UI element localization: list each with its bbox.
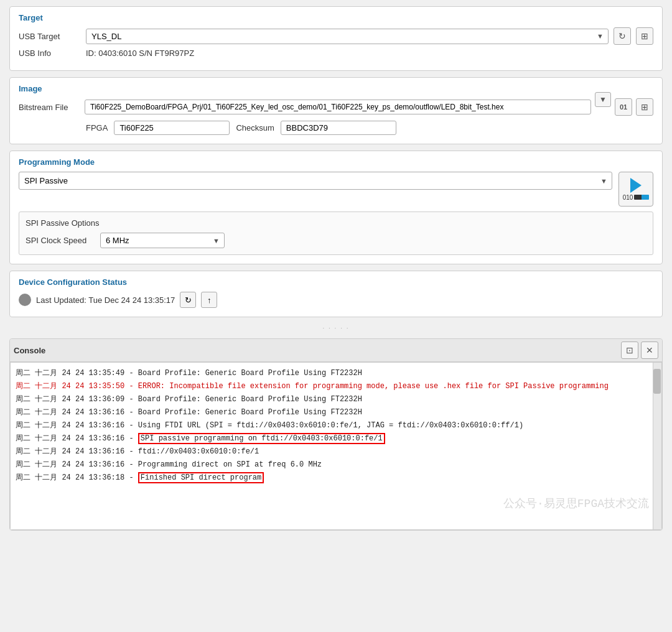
device-config-title: Device Configuration Status <box>19 277 653 287</box>
refresh-target-button[interactable]: ↻ <box>614 27 631 45</box>
console-line: 周二 十二月 24 24 13:35:49 - Board Profile: G… <box>16 368 656 379</box>
play-icon <box>630 178 642 193</box>
usb-info-label: USB Info <box>19 49 81 58</box>
console-title: Console <box>14 346 45 355</box>
bitstream-file-button[interactable]: 01 <box>615 98 632 116</box>
console-scrollbar[interactable] <box>653 363 661 529</box>
usb-info-row: USB Info ID: 0403:6010 S/N FT9R97PZ <box>19 49 653 58</box>
usb-target-select-wrap: YLS_DL ▼ <box>86 29 609 44</box>
console-line: 周二 十二月 24 24 13:36:16 - ftdi://0x0403:0x… <box>16 446 656 457</box>
console-line: 周二 十二月 24 24 13:36:16 - Using FTDI URL (… <box>16 420 656 431</box>
usb-target-row: USB Target YLS_DL ▼ ↻ ⊞ <box>19 27 653 45</box>
run-program-button[interactable]: 010 <box>618 172 653 207</box>
run-btn-label: 010 <box>623 194 650 201</box>
console-body: 周二 十二月 24 24 13:35:49 - Board Profile: G… <box>10 362 662 530</box>
bitstream-row: Bitstream File ▼ 01 ⊞ <box>19 98 653 116</box>
usb-target-select[interactable]: YLS_DL <box>86 29 609 44</box>
prog-mode-select-wrap: SPI Passive JTAG SPI Active ▼ <box>19 172 612 190</box>
console-section: Console ⊡ ✕ 周二 十二月 24 24 13:35:49 - Boar… <box>9 338 663 531</box>
target-section: Target USB Target YLS_DL ▼ ↻ ⊞ USB Info … <box>9 6 663 71</box>
spi-clock-select[interactable]: 1 MHz 3 MHz 6 MHz 12 MHz 24 MHz <box>100 233 225 248</box>
usb-info-value: ID: 0403:6010 S/N FT9R97PZ <box>86 49 194 58</box>
fpga-label: FPGA <box>86 123 108 132</box>
checksum-value[interactable] <box>281 121 396 135</box>
fpga-row: FPGA Checksum <box>86 121 653 135</box>
config-target-button[interactable]: ⊞ <box>636 27 653 45</box>
fpga-value[interactable] <box>114 121 230 135</box>
prog-mode-row: SPI Passive JTAG SPI Active ▼ 010 <box>19 172 653 207</box>
spi-clock-label: SPI Clock Speed <box>26 236 94 245</box>
image-title: Image <box>19 84 653 93</box>
scrollbar-thumb <box>653 369 661 394</box>
status-text: Last Updated: Tue Dec 24 24 13:35:17 <box>36 295 175 305</box>
bitstream-settings-button[interactable]: ⊞ <box>636 98 653 116</box>
spi-clock-row: SPI Clock Speed 1 MHz 3 MHz 6 MHz 12 MHz… <box>26 233 646 248</box>
programming-mode-title: Programming Mode <box>19 157 653 167</box>
target-title: Target <box>19 13 653 22</box>
console-line: 周二 十二月 24 24 13:36:16 - Board Profile: G… <box>16 407 656 418</box>
image-section: Image Bitstream File ▼ 01 ⊞ FPGA Checksu… <box>9 77 663 144</box>
status-circle <box>19 294 31 306</box>
spi-options-box: SPI Passive Options SPI Clock Speed 1 MH… <box>19 211 653 255</box>
console-copy-button[interactable]: ⊡ <box>621 342 638 359</box>
bitstream-input[interactable] <box>85 100 591 114</box>
bitstream-label: Bitstream File <box>19 103 81 112</box>
bitstream-dropdown-arrow[interactable]: ▼ <box>595 92 611 107</box>
watermark: 公众号·易灵思FPGA技术交流 <box>503 496 649 511</box>
console-clear-button[interactable]: ✕ <box>641 342 658 359</box>
console-line: 周二 十二月 24 24 13:36:18 - Finished SPI dir… <box>16 472 656 483</box>
spi-clock-select-wrap: 1 MHz 3 MHz 6 MHz 12 MHz 24 MHz ▼ <box>100 233 225 248</box>
programming-mode-section: Programming Mode SPI Passive JTAG SPI Ac… <box>9 151 663 264</box>
upload-status-button[interactable]: ↑ <box>201 292 217 308</box>
checksum-label: Checksum <box>236 123 274 132</box>
console-line: 周二 十二月 24 24 13:35:50 - ERROR: Incompati… <box>16 381 656 392</box>
refresh-status-button[interactable]: ↻ <box>180 292 196 308</box>
prog-mode-select[interactable]: SPI Passive JTAG SPI Active <box>19 172 612 190</box>
console-header: Console ⊡ ✕ <box>10 339 662 362</box>
run-btn-bar <box>634 195 649 200</box>
device-status-row: Last Updated: Tue Dec 24 24 13:35:17 ↻ ↑ <box>19 292 653 308</box>
console-line: 周二 十二月 24 24 13:36:16 - SPI passive prog… <box>16 433 656 444</box>
console-line: 周二 十二月 24 24 13:36:09 - Board Profile: G… <box>16 394 656 405</box>
usb-target-label: USB Target <box>19 32 81 41</box>
spi-options-title: SPI Passive Options <box>26 218 646 228</box>
console-line: 周二 十二月 24 24 13:36:16 - Programming dire… <box>16 459 656 470</box>
divider-handle[interactable]: · · · · · <box>9 325 663 331</box>
device-config-section: Device Configuration Status Last Updated… <box>9 271 663 317</box>
console-icons: ⊡ ✕ <box>621 342 658 359</box>
